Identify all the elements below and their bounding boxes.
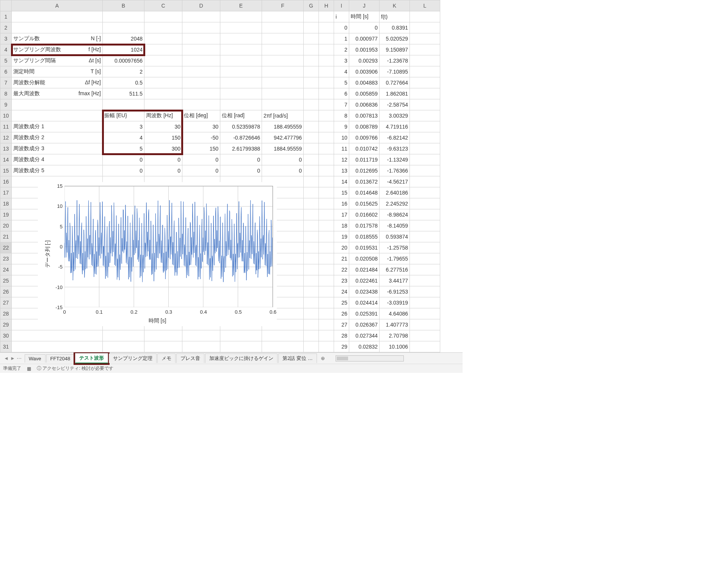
cell-G6[interactable] <box>304 66 319 77</box>
cell-K23[interactable]: -1.79655 <box>380 253 410 264</box>
col-header-H[interactable]: H <box>319 0 334 11</box>
cell-G27[interactable] <box>304 297 319 308</box>
cell-K16[interactable]: -4.56217 <box>380 176 410 187</box>
cell-C11[interactable]: 30 <box>144 121 182 132</box>
cell-E3[interactable] <box>220 33 262 44</box>
cell-H30[interactable] <box>319 330 334 341</box>
cell-J28[interactable]: 0.025391 <box>349 308 380 319</box>
cell-J26[interactable]: 0.023438 <box>349 286 380 297</box>
cell-C3[interactable] <box>144 33 182 44</box>
cell-B7[interactable]: 0.5 <box>103 77 144 88</box>
sheet-tab[interactable]: 加速度ピックに掛けるゲイン <box>205 353 278 363</box>
cell-K5[interactable]: -1.23678 <box>380 55 410 66</box>
cell-H8[interactable] <box>319 88 334 99</box>
cell-B1[interactable] <box>103 11 144 22</box>
cell-H20[interactable] <box>319 220 334 231</box>
col-header-F[interactable]: F <box>262 0 304 11</box>
cell-J25[interactable]: 0.022461 <box>349 275 380 286</box>
col-header-E[interactable]: E <box>220 0 262 11</box>
cell-A13[interactable]: 周波数成分 3 <box>12 143 103 154</box>
tab-nav-next-icon[interactable]: ► <box>10 355 15 361</box>
cell-C30[interactable] <box>144 330 182 341</box>
cell-K12[interactable]: -6.82142 <box>380 132 410 143</box>
cell-I5[interactable]: 3 <box>334 55 349 66</box>
cell-L23[interactable] <box>410 253 440 264</box>
sheet-tab-bar[interactable]: ◄ ► ⋯ WaveFFT2048テスト波形サンプリング定理メモプレス音加速度ピ… <box>0 352 463 364</box>
cell-H26[interactable] <box>319 286 334 297</box>
cell-J15[interactable]: 0.012695 <box>349 165 380 176</box>
sheet-tab[interactable]: メモ <box>157 353 176 363</box>
cell-H23[interactable] <box>319 253 334 264</box>
row-header-26[interactable]: 26 <box>0 286 12 297</box>
cell-I10[interactable]: 8 <box>334 110 349 121</box>
cell-I29[interactable]: 27 <box>334 319 349 330</box>
cell-D3[interactable] <box>182 33 220 44</box>
cell-D2[interactable] <box>182 22 220 33</box>
cell-L9[interactable] <box>410 99 440 110</box>
row-header-21[interactable]: 21 <box>0 231 12 242</box>
cell-I24[interactable]: 22 <box>334 264 349 275</box>
cell-B5[interactable]: 0.00097656 <box>103 55 144 66</box>
cell-G24[interactable] <box>304 264 319 275</box>
row-header-9[interactable]: 9 <box>0 99 12 110</box>
cell-I2[interactable]: 0 <box>334 22 349 33</box>
cell-K30[interactable]: 2.70798 <box>380 330 410 341</box>
cell-J18[interactable]: 0.015625 <box>349 198 380 209</box>
cell-K15[interactable]: -1.76366 <box>380 165 410 176</box>
col-header-L[interactable]: L <box>410 0 440 11</box>
cell-L11[interactable] <box>410 121 440 132</box>
row-header-3[interactable]: 3 <box>0 33 12 44</box>
cell-C9[interactable] <box>144 99 182 110</box>
cell-J7[interactable]: 0.004883 <box>349 77 380 88</box>
cell-K4[interactable]: 9.150897 <box>380 44 410 55</box>
cell-D11[interactable]: 30 <box>182 121 220 132</box>
cell-J30[interactable]: 0.027344 <box>349 330 380 341</box>
row-header-17[interactable]: 17 <box>0 187 12 198</box>
cell-J27[interactable]: 0.024414 <box>349 297 380 308</box>
cell-I17[interactable]: 15 <box>334 187 349 198</box>
cell-K7[interactable]: 0.727664 <box>380 77 410 88</box>
cell-I9[interactable]: 7 <box>334 99 349 110</box>
cell-C31[interactable] <box>144 341 182 352</box>
cell-L5[interactable] <box>410 55 440 66</box>
cell-G22[interactable] <box>304 242 319 253</box>
cell-H10[interactable] <box>319 110 334 121</box>
cell-K25[interactable]: 3.44177 <box>380 275 410 286</box>
cell-D13[interactable]: 150 <box>182 143 220 154</box>
col-header-I[interactable]: I <box>334 0 349 11</box>
cell-F9[interactable] <box>262 99 304 110</box>
cell-A8[interactable]: 最大周波数fmax [Hz] <box>12 88 103 99</box>
row-header-8[interactable]: 8 <box>0 88 12 99</box>
cell-H9[interactable] <box>319 99 334 110</box>
cell-K18[interactable]: 2.245292 <box>380 198 410 209</box>
cell-L26[interactable] <box>410 286 440 297</box>
cell-L20[interactable] <box>410 220 440 231</box>
cell-H17[interactable] <box>319 187 334 198</box>
cell-K1[interactable]: f(t) <box>380 11 410 22</box>
sheet-tab[interactable]: プレス音 <box>176 353 204 363</box>
cell-G26[interactable] <box>304 286 319 297</box>
cell-I18[interactable]: 16 <box>334 198 349 209</box>
cell-B30[interactable] <box>103 330 144 341</box>
cell-K24[interactable]: 6.277516 <box>380 264 410 275</box>
cell-H4[interactable] <box>319 44 334 55</box>
sheet-tab[interactable]: Wave <box>25 354 46 363</box>
cell-F10[interactable]: 2πf [rad/s] <box>262 110 304 121</box>
cell-F13[interactable]: 1884.95559 <box>262 143 304 154</box>
cell-H18[interactable] <box>319 198 334 209</box>
cell-I12[interactable]: 10 <box>334 132 349 143</box>
cell-E31[interactable] <box>220 341 262 352</box>
cell-K9[interactable]: -2.58754 <box>380 99 410 110</box>
cell-K13[interactable]: -9.63123 <box>380 143 410 154</box>
cell-G8[interactable] <box>304 88 319 99</box>
select-all-corner[interactable] <box>0 0 12 11</box>
macro-record-icon[interactable]: ▦ <box>27 366 31 371</box>
cell-G11[interactable] <box>304 121 319 132</box>
cell-E5[interactable] <box>220 55 262 66</box>
cell-H31[interactable] <box>319 341 334 352</box>
cell-C4[interactable] <box>144 44 182 55</box>
cell-F5[interactable] <box>262 55 304 66</box>
cell-C14[interactable]: 0 <box>144 154 182 165</box>
row-header-4[interactable]: 4 <box>0 44 12 55</box>
cell-G2[interactable] <box>304 22 319 33</box>
